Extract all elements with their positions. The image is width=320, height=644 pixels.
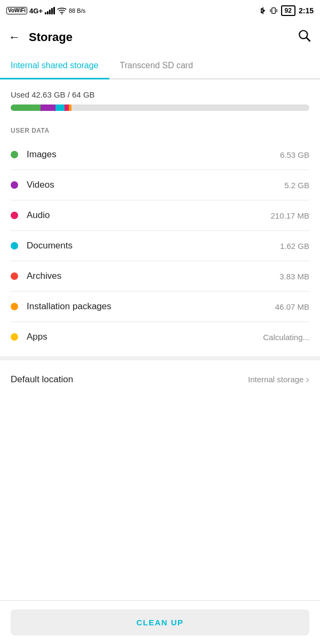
tab-sd-card[interactable]: Transcend SD card — [109, 53, 204, 78]
bottom-bar: CLEAN UP — [0, 600, 320, 644]
default-location-label: Default location — [11, 374, 73, 385]
list-item[interactable]: Installation packages 46.07 MB — [11, 292, 309, 322]
bluetooth-icon — [260, 6, 266, 15]
status-bar: VoWiFi 4G+ 88 B/s 92 2 — [0, 0, 320, 21]
list-item[interactable]: Images 6.53 GB — [11, 140, 309, 170]
item-size-images: 6.53 GB — [280, 150, 309, 159]
svg-rect-1 — [271, 8, 275, 14]
dot-archives — [11, 272, 18, 280]
item-size-installation: 46.07 MB — [275, 302, 309, 311]
section-label-userdata: USER DATA — [0, 116, 320, 140]
item-size-videos: 5.2 GB — [284, 181, 309, 190]
page-title: Storage — [29, 30, 73, 44]
list-item[interactable]: Archives 3.83 MB — [11, 261, 309, 292]
segment-other — [69, 104, 71, 111]
header-left: ← Storage — [9, 30, 73, 44]
segment-docs — [65, 104, 69, 111]
status-right: 92 2:15 — [260, 5, 314, 16]
list-item[interactable]: Documents 1.62 GB — [11, 231, 309, 261]
vibrate-icon — [269, 6, 278, 15]
search-icon[interactable] — [298, 29, 311, 46]
item-name-audio: Audio — [27, 210, 270, 221]
storage-used-text: Used 42.63 GB / 64 GB — [11, 90, 309, 99]
wifi-icon — [57, 7, 67, 14]
item-name-archives: Archives — [27, 271, 279, 281]
item-size-documents: 1.62 GB — [280, 241, 309, 251]
status-left: VoWiFi 4G+ 88 B/s — [6, 7, 85, 15]
chevron-right-icon: › — [306, 373, 309, 385]
svg-point-0 — [61, 13, 62, 14]
item-name-images: Images — [27, 149, 280, 160]
dot-videos — [11, 181, 18, 189]
item-name-documents: Documents — [27, 240, 280, 251]
cleanup-button[interactable]: CLEAN UP — [11, 609, 309, 635]
default-location-row[interactable]: Default location Internal storage › — [0, 356, 320, 398]
time: 2:15 — [299, 6, 314, 15]
dot-documents — [11, 242, 18, 249]
list-item[interactable]: Videos 5.2 GB — [11, 170, 309, 200]
item-size-audio: 210.17 MB — [270, 211, 309, 220]
segment-audio — [55, 104, 65, 111]
vowifi-badge: VoWiFi — [6, 7, 27, 14]
list-item[interactable]: Audio 210.17 MB — [11, 200, 309, 231]
signal-bars — [45, 7, 55, 14]
storage-progress-bar — [11, 104, 309, 111]
default-location-value: Internal storage › — [248, 373, 309, 385]
item-name-videos: Videos — [27, 180, 284, 190]
tabs-container: Internal shared storage Transcend SD car… — [0, 53, 320, 79]
header: ← Storage — [0, 21, 320, 53]
back-button[interactable]: ← — [9, 30, 20, 44]
item-size-archives: 3.83 MB — [279, 272, 309, 281]
dot-apps — [11, 333, 18, 341]
tab-internal-storage[interactable]: Internal shared storage — [0, 53, 109, 79]
segment-images — [11, 104, 41, 111]
network-type: 4G+ — [29, 7, 43, 15]
segment-videos — [41, 104, 55, 111]
item-name-apps: Apps — [27, 332, 263, 342]
list-item[interactable]: Apps Calculating... — [11, 322, 309, 352]
storage-section: Used 42.63 GB / 64 GB — [0, 79, 320, 116]
network-speed: 88 B/s — [69, 7, 85, 14]
svg-line-3 — [307, 38, 310, 41]
item-name-installation: Installation packages — [27, 301, 275, 312]
dot-images — [11, 151, 18, 158]
battery-icon: 92 — [281, 5, 295, 16]
storage-items-list: Images 6.53 GB Videos 5.2 GB Audio 210.1… — [0, 140, 320, 352]
dot-audio — [11, 212, 18, 219]
item-size-apps: Calculating... — [263, 333, 309, 342]
dot-installation — [11, 303, 18, 310]
